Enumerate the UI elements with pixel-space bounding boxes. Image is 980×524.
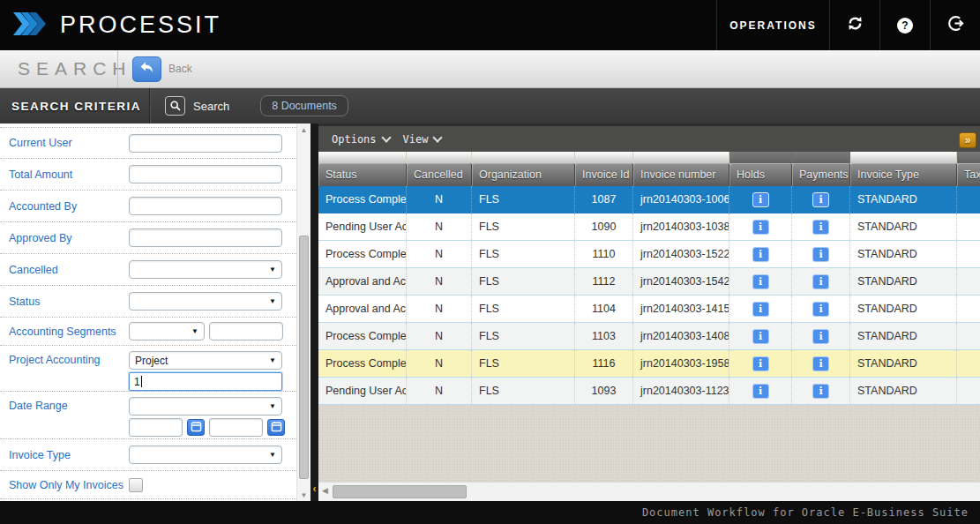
view-menu-label: View (403, 133, 429, 146)
cancelled-select[interactable]: ▼ (129, 260, 282, 279)
refresh-button[interactable] (829, 0, 879, 50)
column-header-invoice-id[interactable]: Invoice Id (575, 163, 633, 186)
table-row[interactable]: Process CompletedNFLS1087jrn20140303-100… (318, 186, 980, 213)
info-icon[interactable]: i (812, 356, 829, 371)
show-only-my-invoices-checkbox[interactable] (129, 478, 143, 492)
field-show-only-my-invoices: Show Only My Invoices (0, 471, 296, 499)
invoice-type-select[interactable]: ▼ (129, 445, 282, 464)
column-header-invoice-type[interactable]: Invoice Type (850, 163, 957, 186)
table-row[interactable]: Pending User ActionNFLS1090jrn20140303-1… (318, 213, 980, 241)
cell-status: Pending User Action (318, 378, 407, 404)
info-icon[interactable]: i (752, 384, 769, 399)
options-menu[interactable]: Options (332, 133, 390, 146)
cell-tax (957, 213, 980, 240)
table-row[interactable]: Approval and Acco...NFLS1112jrn20140303-… (318, 268, 980, 296)
info-icon[interactable]: i (812, 384, 829, 399)
logout-button[interactable] (930, 0, 980, 50)
cell-tax (957, 268, 980, 295)
form-vertical-scrollbar[interactable]: ▲ ▼ (296, 124, 310, 501)
table-row[interactable]: Process CompletedNFLS1116jrn20140303-195… (318, 350, 980, 378)
info-icon[interactable]: i (812, 192, 829, 207)
date-to-calendar-button[interactable] (267, 419, 285, 436)
cell-invoice-type: STANDARD (850, 186, 957, 213)
accounted-by-input[interactable] (129, 197, 282, 215)
cell-organization: FLS (472, 378, 575, 404)
cell-status: Process Completed (318, 350, 407, 377)
info-icon[interactable]: i (752, 192, 769, 207)
total-amount-input[interactable] (129, 165, 282, 183)
cell-invoice-number: jrn20140303-1006 (633, 186, 729, 213)
back-button[interactable] (132, 56, 161, 82)
panel-splitter[interactable]: ‹ (310, 124, 318, 501)
project-accounting-select[interactable]: Project ▼ (129, 351, 282, 370)
cell-status: Pending User Action (318, 213, 407, 240)
scrollbar-thumb[interactable] (333, 485, 467, 498)
current-user-input[interactable] (129, 134, 282, 153)
cell-invoice-type: STANDARD (850, 350, 957, 377)
table-row[interactable]: Process CompletedNFLS1110jrn20140303-152… (318, 241, 980, 268)
info-icon[interactable]: i (812, 220, 829, 235)
column-header-holds[interactable]: Holds (729, 163, 792, 186)
column-header-status[interactable]: Status (318, 163, 407, 186)
cell-organization: FLS (472, 296, 575, 322)
info-icon[interactable]: i (812, 329, 829, 344)
info-icon[interactable]: i (752, 356, 769, 371)
criteria-bar: SEARCH CRITERIA Search 8 Documents (0, 88, 980, 124)
scrollbar-thumb[interactable] (299, 236, 309, 479)
date-to-input[interactable] (209, 418, 263, 437)
date-range-select[interactable]: ▼ (129, 397, 282, 415)
approved-by-input[interactable] (129, 228, 282, 247)
field-current-user: Current User (0, 127, 296, 159)
column-header-tax[interactable]: Tax (957, 163, 980, 186)
info-icon[interactable]: i (812, 247, 829, 262)
search-button[interactable]: Search (165, 96, 229, 116)
cell-invoice-type: STANDARD (850, 213, 957, 240)
accounting-segment-select[interactable]: ▼ (129, 322, 205, 341)
app-logo: PROCESSIT (0, 11, 221, 40)
table-row[interactable]: Approval and Acco...NFLS1104jrn20140303-… (318, 296, 980, 323)
info-icon[interactable]: i (752, 220, 769, 235)
status-select[interactable]: ▼ (129, 292, 282, 311)
date-from-calendar-button[interactable] (187, 419, 205, 436)
cell-invoice-id: 1093 (575, 378, 633, 404)
cell-organization: FLS (472, 268, 575, 295)
project-accounting-input[interactable]: 1 (129, 372, 282, 391)
field-date-range: Date Range ▼ (0, 392, 296, 439)
accounting-segment-input[interactable] (209, 322, 283, 341)
column-header-cancelled[interactable]: Cancelled (407, 163, 472, 186)
field-label: Invoice Type (9, 449, 129, 461)
info-icon[interactable]: i (812, 274, 829, 289)
chevron-down-icon: ▼ (269, 356, 276, 364)
column-header-organization[interactable]: Organization (472, 163, 575, 186)
chevron-down-icon: ▼ (269, 266, 276, 273)
info-icon[interactable]: i (752, 302, 769, 317)
expand-panel-button[interactable]: » (959, 132, 976, 148)
cell-holds: i (729, 378, 792, 404)
info-icon[interactable]: i (752, 274, 769, 289)
info-icon[interactable]: i (812, 302, 829, 317)
info-icon[interactable]: i (752, 247, 769, 262)
cell-invoice-number: jrn20140303-1415 (633, 296, 729, 322)
grid-horizontal-scrollbar[interactable]: ◀ (318, 482, 980, 501)
cell-invoice-number: jrn20140303-1522 (633, 241, 729, 267)
view-menu[interactable]: View (403, 133, 442, 146)
field-label: Date Range (9, 400, 129, 412)
table-row[interactable]: Pending User ActionNFLS1093jrn20140303-1… (318, 378, 980, 405)
cell-cancelled: N (407, 378, 472, 404)
help-button[interactable]: ? (879, 0, 930, 50)
cell-payments: i (792, 241, 850, 267)
date-from-input[interactable] (129, 418, 183, 437)
column-group-invoice-id (575, 152, 633, 163)
collapse-panel-icon[interactable]: ‹ (310, 482, 318, 496)
scroll-up-icon[interactable]: ▲ (297, 124, 310, 136)
info-icon[interactable]: i (752, 329, 769, 344)
column-header-invoice-number[interactable]: Invoice number (633, 163, 729, 186)
table-row[interactable]: Process CompletedNFLS1103jrn20140303-140… (318, 323, 980, 350)
scroll-left-icon[interactable]: ◀ (322, 486, 328, 495)
cell-cancelled: N (407, 323, 472, 349)
scroll-down-icon[interactable]: ▼ (297, 489, 310, 501)
chevron-down-icon (381, 132, 391, 142)
column-header-payments[interactable]: Payments (792, 163, 850, 186)
documents-count-badge[interactable]: 8 Documents (260, 95, 348, 116)
operations-menu[interactable]: OPERATIONS (716, 0, 829, 50)
